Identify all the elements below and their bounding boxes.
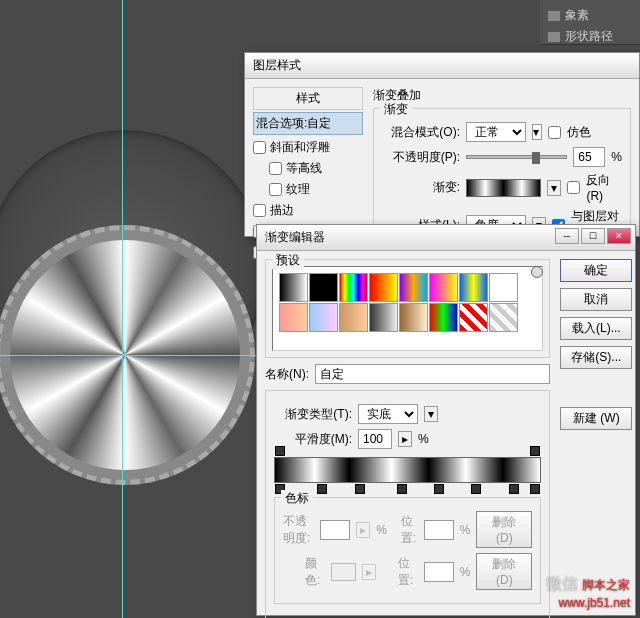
- preset-swatch[interactable]: [489, 303, 518, 332]
- preset-area: [272, 266, 543, 351]
- preset-swatch[interactable]: [489, 273, 518, 302]
- preset-swatch[interactable]: [399, 303, 428, 332]
- cancel-button[interactable]: 取消: [560, 288, 632, 311]
- dither-checkbox[interactable]: [548, 126, 561, 139]
- style-item[interactable]: 斜面和浮雕: [253, 137, 363, 158]
- checkbox[interactable]: [253, 204, 266, 217]
- preset-swatch[interactable]: [339, 273, 368, 302]
- gradient-label: 渐变:: [382, 179, 460, 196]
- opacity-input[interactable]: [573, 147, 605, 167]
- load-button[interactable]: 载入(L)...: [560, 317, 632, 340]
- preset-swatch[interactable]: [429, 273, 458, 302]
- panel-label: 形状路径: [565, 28, 613, 45]
- presets-group: 预设: [265, 259, 550, 358]
- color-stop[interactable]: [355, 484, 365, 494]
- color-stop[interactable]: [397, 484, 407, 494]
- preset-swatch[interactable]: [459, 303, 488, 332]
- blend-mode-select[interactable]: 正常: [466, 122, 526, 142]
- name-label: 名称(N):: [265, 366, 309, 383]
- preset-swatch[interactable]: [279, 273, 308, 302]
- checkbox[interactable]: [253, 141, 266, 154]
- color-stop[interactable]: [509, 484, 519, 494]
- preset-swatch[interactable]: [369, 303, 398, 332]
- opacity-label: 不透明度(P):: [382, 149, 460, 166]
- reverse-checkbox[interactable]: [567, 181, 580, 194]
- delete-stop-button: 删除(D): [476, 511, 532, 548]
- preset-swatch[interactable]: [309, 273, 338, 302]
- dialog-title[interactable]: 图层样式: [245, 53, 639, 79]
- style-sub-item[interactable]: 等高线: [253, 158, 363, 179]
- grad-type-label: 渐变类型(T):: [274, 406, 352, 423]
- preset-swatch[interactable]: [339, 303, 368, 332]
- new-button[interactable]: 新建 (W): [560, 407, 632, 430]
- dialog-title[interactable]: 渐变编辑器 ─ ☐ ✕: [257, 225, 635, 251]
- group-title: 渐变: [380, 101, 412, 118]
- dropdown-arrow-icon[interactable]: ▾: [547, 180, 561, 196]
- close-button[interactable]: ✕: [607, 228, 631, 244]
- stops-group: 色标 不透明度: ▸% 位置: % 删除(D) 颜色: ▸ 位置: % 删除(D…: [274, 497, 541, 604]
- opacity-stop[interactable]: [530, 446, 540, 456]
- right-panel: 象素 形状路径: [540, 0, 640, 45]
- preset-swatch[interactable]: [309, 303, 338, 332]
- gradient-bar[interactable]: [274, 457, 541, 483]
- opacity-slider[interactable]: [466, 155, 567, 159]
- smoothness-label: 平滑度(M):: [274, 431, 352, 448]
- preset-swatch[interactable]: [279, 303, 308, 332]
- smoothness-input[interactable]: [358, 429, 392, 449]
- delete-stop-button: 删除(D): [476, 553, 532, 590]
- stop-opacity-input: [320, 520, 350, 540]
- panel-label: 象素: [565, 7, 589, 24]
- preset-swatch[interactable]: [399, 273, 428, 302]
- watermark: 微信 脚本之家 www.jb51.net: [546, 574, 630, 610]
- styles-header[interactable]: 样式: [253, 87, 363, 110]
- dropdown-arrow-icon[interactable]: ▾: [532, 124, 542, 140]
- preset-swatch[interactable]: [369, 273, 398, 302]
- color-stop[interactable]: [434, 484, 444, 494]
- gradient-name-input[interactable]: [315, 364, 550, 384]
- dropdown-arrow-icon[interactable]: ▾: [424, 406, 438, 422]
- layer-style-dialog: 图层样式 样式 混合选项:自定 斜面和浮雕 等高线 纹理 描边 内阴影 内发光 …: [244, 52, 640, 237]
- style-item[interactable]: 描边: [253, 200, 363, 221]
- preset-swatch[interactable]: [429, 303, 458, 332]
- color-stop[interactable]: [471, 484, 481, 494]
- color-stop[interactable]: [530, 484, 540, 494]
- grad-type-select[interactable]: 实底: [358, 404, 418, 424]
- dropdown-arrow-icon[interactable]: ▸: [398, 431, 412, 447]
- gradient-def-group: 渐变类型(T): 实底 ▾ 平滑度(M): ▸ %: [265, 390, 550, 618]
- pixel-icon: [547, 10, 561, 22]
- guide-horizontal[interactable]: [0, 355, 280, 356]
- checkbox[interactable]: [269, 162, 282, 175]
- style-sub-item[interactable]: 纹理: [253, 179, 363, 200]
- stop-position-input: [424, 562, 454, 582]
- gradient-swatch[interactable]: [466, 179, 541, 197]
- blend-mode-label: 混合模式(O):: [382, 124, 460, 141]
- color-stop[interactable]: [317, 484, 327, 494]
- stop-color-swatch: [331, 563, 356, 581]
- blend-options[interactable]: 混合选项:自定: [253, 112, 363, 135]
- guide-vertical[interactable]: [122, 0, 123, 618]
- preset-swatch[interactable]: [459, 273, 488, 302]
- ok-button[interactable]: 确定: [560, 259, 632, 282]
- stop-position-input: [424, 520, 454, 540]
- opacity-stop[interactable]: [275, 446, 285, 456]
- checkbox[interactable]: [269, 183, 282, 196]
- minimize-button[interactable]: ─: [555, 228, 579, 244]
- gradient-editor-dialog: 渐变编辑器 ─ ☐ ✕ 预设 名称(N): 渐变类型(T): 实底: [256, 224, 636, 616]
- save-button[interactable]: 存储(S)...: [560, 346, 632, 369]
- shape-icon: [547, 31, 561, 43]
- maximize-button[interactable]: ☐: [581, 228, 605, 244]
